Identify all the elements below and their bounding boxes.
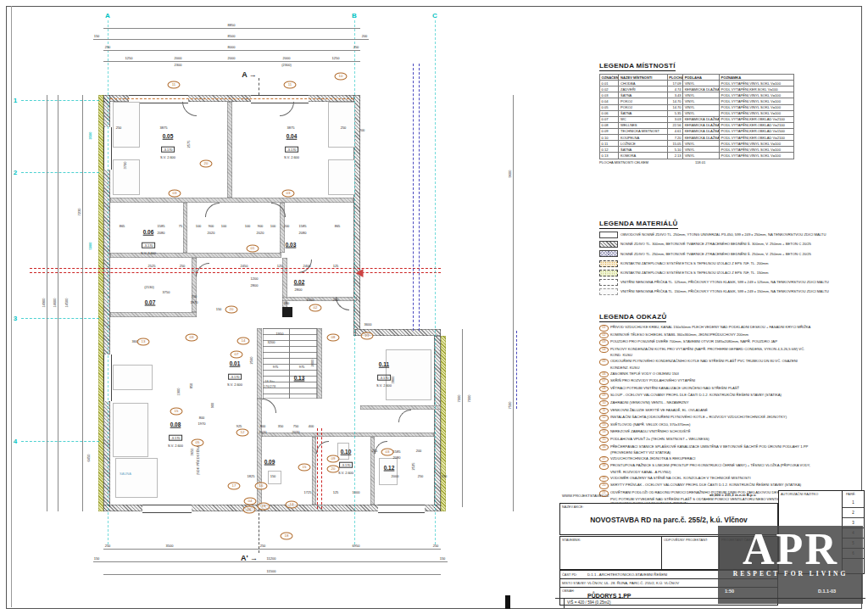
room-number: 0.03	[286, 242, 297, 248]
room-table-cell: PODL.VYTÁPĚNÍ,VINYL SOKL V=100	[720, 81, 794, 87]
room-table-row: 0.13KOMORA2.13VINYLPODL.VYTÁPĚNÍ,VINYL S…	[600, 153, 794, 159]
reference-item: 16PŘEČERPÁVACÍ STANICE SPLAŠKOVÉ KANALIZ…	[599, 444, 816, 455]
sheet-format-note: V/Š = 420 / 594 (0.25m2)	[555, 598, 865, 608]
room-label: 0.05-3.170S.V. 2.600	[160, 133, 175, 159]
legend-materials-title: LEGENDA MATERIÁLŮ	[599, 220, 678, 229]
dimension-label: 975	[273, 365, 279, 369]
insulation-strip	[441, 336, 446, 511]
room-table-cell: 0.08	[600, 122, 619, 128]
room-table-cell: PODL.VYTÁPĚNÍ,VINYL SOKL V=100	[720, 141, 794, 147]
reference-item: 03POUZDRO PRO POSUVNÉ DVEŘE 700mm, STAVE…	[599, 339, 816, 346]
dimension-label: 1585	[393, 449, 401, 454]
reference-item: 18PROSTUPOVÁ PAŽNICE S LÍMCEM (PROSTUP P…	[599, 463, 816, 474]
dimension-label: 215	[372, 449, 378, 453]
room-table-cell: POKOJ	[619, 98, 667, 104]
room-table-header: OZNAČENÍ	[600, 75, 619, 81]
interior-wall	[312, 437, 316, 505]
grid-column-label: A	[105, 12, 110, 20]
reference-number: 04	[599, 347, 609, 354]
dimension-label: 100	[196, 224, 202, 228]
dimension-label: 150	[94, 556, 100, 561]
material-item: KONTAKTNÍ ZATEPLOVACÍ SYSTÉM ETICS S TEP…	[599, 260, 815, 267]
material-text: NOSNÉ ZDIVO TL. 250mm, BETONOVÉ TVÁRNICE…	[620, 252, 811, 256]
reference-bubble: 19	[258, 503, 270, 511]
reference-bubble: 11	[284, 81, 297, 89]
room-number: 0.08	[168, 421, 183, 427]
furniture	[386, 349, 431, 400]
room-level: -3.170	[377, 375, 391, 381]
room-label: 0.11-3.170S.V. 2.600	[376, 361, 392, 388]
dimension-label: 750	[293, 424, 299, 428]
dimension-label: 1585	[158, 224, 165, 228]
reference-item: 02KOMÍNOVÉ TĚLESO SCHIEDEL STABIL 360x36…	[599, 332, 816, 339]
room-table-row: 0.06ŠATNA5.35VINYLPODL.VYTÁPĚNÍ,VINYL SO…	[600, 110, 794, 116]
dimension-label: 2525	[411, 463, 415, 471]
reference-item: 19VODOMĚR OSAZENÝ NA STĚNĚ NA OCEL. KONZ…	[599, 476, 816, 483]
interior-wall	[360, 405, 441, 410]
room-table-cell: VINYL	[683, 81, 720, 87]
responsible-designer-cell: ODPOVĚDNÝ PROJEKTANT:	[661, 536, 721, 570]
dimension-label: 1950	[276, 332, 284, 336]
room-label: 0.04-3.170S.V. 2.600	[284, 133, 299, 159]
dimension-label: 100	[221, 224, 227, 228]
room-table-cell: 14.70	[667, 104, 682, 110]
dimension-label: 7500	[508, 402, 512, 410]
reference-bubble: 20	[225, 306, 238, 314]
dimension-label: 14500	[64, 298, 69, 307]
responsible-designer-label: ODPOVĚDNÝ PROJEKTANT:	[664, 538, 708, 542]
interior-wall	[110, 198, 353, 203]
dimension-label: 350	[278, 424, 284, 428]
plan-annotation: (SDK PŘEDSTĚNA)	[196, 444, 200, 475]
room-table-cell: 0.07	[600, 116, 619, 122]
material-item: KONTAKTNÍ ZATEPLOVACÍ SYSTÉM ETICS S TEP…	[599, 270, 815, 276]
dimension-label: 850	[189, 383, 193, 389]
section-marker-triangle	[356, 269, 364, 277]
dimension-label: 3750	[163, 290, 170, 294]
room-table-cell: WC	[619, 116, 667, 122]
reference-bubble: 13	[286, 501, 298, 509]
company-logo: APR	[718, 526, 863, 573]
dimension-label: 250	[116, 126, 122, 130]
room-table-cell: 0.06	[600, 110, 619, 116]
reference-number: 02	[599, 332, 609, 339]
room-table-header: PODLAHA	[683, 75, 720, 81]
room-table: OZNAČENÍNÁZEV MÍSTNOSTIPLOCHA [m²]PODLAH…	[599, 74, 794, 159]
room-level: -3.170	[285, 147, 298, 153]
heating-line	[30, 268, 441, 269]
room-number: 0.13	[294, 375, 305, 381]
room-table-cell: PODL.VYTÁPĚNÍ,VINYL SOKL V=100	[720, 92, 794, 98]
grid-line-vertical	[354, 20, 355, 544]
room-table-cell: 4.74	[667, 87, 682, 92]
scale-value: 1:50	[725, 589, 734, 594]
room-table-cell: 22.56	[667, 122, 682, 128]
dimension-label: 250	[105, 544, 111, 548]
grid-line-horizontal	[21, 172, 99, 173]
sheet-format-text: V/Š = 420 / 594 (0.25m2)	[567, 600, 610, 605]
dimension-label: 250	[418, 474, 424, 478]
reference-bubble: 21	[361, 332, 374, 340]
reference-bubble: 13	[137, 338, 150, 346]
plan-annotation: 176/278	[264, 384, 275, 388]
heating-line	[30, 272, 441, 273]
room-table-cell: VINYL	[683, 141, 720, 147]
client-label: STAVEBNÍK:	[562, 538, 581, 542]
room-table-cell: KOMORA	[619, 153, 667, 159]
room-table-cell: VINYL	[683, 98, 720, 104]
dimension-label: 250	[180, 264, 186, 268]
utility-line	[413, 64, 414, 331]
room-table-cell: 0.11	[600, 141, 619, 147]
room-table-cell: PODL.VYTÁPĚNÍ,KER.OBKLAD V=2100	[720, 135, 794, 141]
room-table-row: 0.01CHODBA17.09VINYLPODL.VYTÁPĚNÍ,VINYL …	[600, 81, 794, 87]
dimension-label: 250	[353, 45, 359, 49]
grid-line-vertical	[435, 20, 436, 544]
reference-bubble: 10	[335, 73, 348, 81]
reference-number: 09	[599, 393, 609, 399]
door-arc	[280, 102, 294, 116]
dimension-label: 975	[299, 365, 305, 369]
material-text: NOSNÉ ZDIVO TL. 300mm, BETONOVÉ TVÁRNICE…	[620, 242, 811, 246]
dimension-label: 1000	[353, 490, 360, 494]
material-item: OBVODOVÉ NOSNÉ ZDIVO TL. 250mm, YTONG UN…	[599, 232, 815, 238]
reference-number: 06	[599, 371, 609, 378]
dimension-label: 250	[333, 298, 339, 302]
room-table-cell: VINYL	[683, 153, 720, 159]
